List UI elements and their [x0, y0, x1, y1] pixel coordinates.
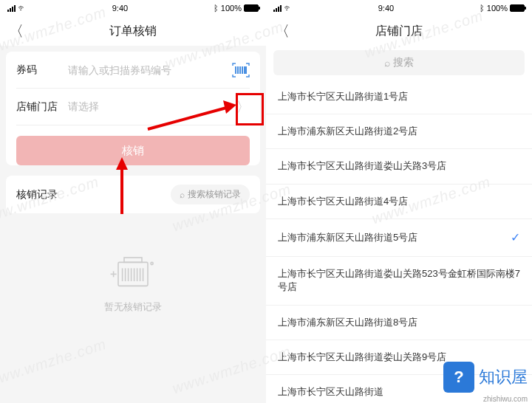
left-phone: ᯤ 9:40 ᛒ100% 〈 订单核销 券码 店铺门店 请选择 〉 核销 核销记… — [0, 0, 266, 403]
status-time: 9:40 — [378, 4, 394, 13]
store-name: 上海市浦东新区天山路街道8号店 — [278, 316, 417, 329]
back-button[interactable]: 〈 — [275, 21, 290, 41]
store-name: 上海市长宁区天山路街道4号店 — [278, 195, 408, 208]
empty-state: 暂无核销记录 — [0, 250, 266, 314]
store-value: 请选择 — [68, 100, 236, 114]
search-icon: ⌕ — [384, 57, 390, 69]
coupon-row: 券码 — [16, 52, 250, 89]
store-name: 上海市长宁区天山路街道 — [278, 385, 383, 399]
battery-icon — [510, 4, 525, 12]
search-input[interactable]: ⌕ 搜索 — [273, 50, 525, 75]
back-button[interactable]: 〈 — [9, 21, 24, 41]
wifi-icon: ᯤ — [18, 3, 27, 13]
submit-button[interactable]: 核销 — [16, 136, 250, 165]
status-time: 9:40 — [112, 4, 128, 13]
battery-icon — [244, 4, 259, 12]
store-name: 上海市长宁区天山路街道1号店 — [278, 90, 408, 103]
store-name: 上海市浦东新区天山路街道2号店 — [278, 125, 417, 138]
form-card: 券码 店铺门店 请选择 〉 核销 — [6, 52, 260, 165]
records-search[interactable]: ⌕ 搜索核销记录 — [171, 185, 250, 204]
coupon-input[interactable] — [68, 64, 232, 76]
records-label: 核销记录 — [16, 188, 58, 202]
empty-barcode-icon — [103, 250, 163, 294]
signal-icon — [7, 5, 16, 12]
bluetooth-icon: ᛒ — [480, 4, 485, 13]
svg-rect-7 — [124, 258, 142, 262]
right-phone: ᯤ 9:40 ᛒ100% 〈 店铺门店 ⌕ 搜索 上海市长宁区天山路街道1号店上… — [266, 0, 532, 403]
svg-point-18 — [151, 262, 153, 264]
list-item[interactable]: 上海市长宁区天山路街道娄山关路523号金虹桥国际南楼7号店 — [266, 257, 532, 305]
store-name: 上海市长宁区天山路街道娄山关路9号店 — [278, 351, 446, 364]
list-item[interactable]: 上海市长宁区天山路街道1号店 — [266, 80, 532, 114]
list-item[interactable]: 上海市浦东新区天山路街道5号店✓ — [266, 219, 532, 257]
store-name: 上海市长宁区天山路街道娄山关路523号金虹桥国际南楼7号店 — [278, 267, 520, 294]
coupon-label: 券码 — [16, 63, 68, 77]
chevron-right-icon: 〉 — [236, 98, 250, 116]
list-item[interactable]: 上海市浦东新区天山路街道8号店 — [266, 306, 532, 340]
signal-icon — [273, 5, 282, 12]
list-item[interactable]: 上海市长宁区天山路街道4号店 — [266, 185, 532, 219]
check-icon: ✓ — [511, 230, 520, 246]
brand-name: 知识屋 — [479, 366, 528, 388]
status-bar: ᯤ 9:40 ᛒ100% — [266, 0, 532, 16]
brand-badge: ? 知识屋 — [443, 362, 528, 393]
store-name: 上海市长宁区天山路街道娄山关路3号店 — [278, 159, 446, 173]
barcode-scan-icon[interactable] — [232, 63, 250, 78]
navbar: 〈 订单核销 — [0, 16, 266, 46]
page-title: 订单核销 — [109, 24, 157, 39]
status-bar: ᯤ 9:40 ᛒ100% — [0, 0, 266, 16]
list-item[interactable]: 上海市浦东新区天山路街道2号店 — [266, 114, 532, 149]
empty-text: 暂无核销记录 — [104, 300, 162, 314]
store-name: 上海市浦东新区天山路街道5号店 — [278, 231, 417, 244]
brand-url: zhishiwu.com — [483, 395, 528, 403]
records-header: 核销记录 ⌕ 搜索核销记录 — [6, 176, 260, 213]
search-icon: ⌕ — [180, 190, 185, 200]
navbar: 〈 店铺门店 — [266, 16, 532, 46]
store-row[interactable]: 店铺门店 请选择 〉 — [16, 89, 250, 125]
bluetooth-icon: ᛒ — [214, 4, 219, 13]
page-title: 店铺门店 — [375, 24, 423, 39]
list-item[interactable]: 上海市长宁区天山路街道娄山关路3号店 — [266, 149, 532, 184]
brand-icon: ? — [443, 362, 474, 393]
store-label: 店铺门店 — [16, 100, 68, 114]
wifi-icon: ᯤ — [284, 3, 293, 13]
store-list: 上海市长宁区天山路街道1号店上海市浦东新区天山路街道2号店上海市长宁区天山路街道… — [266, 80, 532, 403]
